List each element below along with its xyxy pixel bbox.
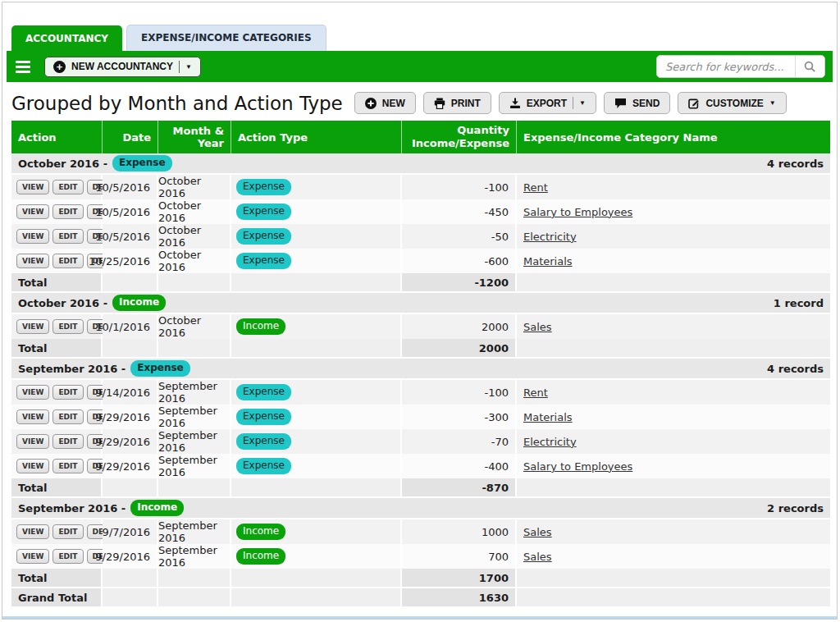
column-header-category-name: Expense/Income Category Name xyxy=(517,121,830,153)
tab-expense-income-categories[interactable]: EXPENSE/INCOME CATEGORIES xyxy=(126,25,326,51)
cell-date: 9/29/2016 xyxy=(103,429,158,455)
category-link[interactable]: Sales xyxy=(523,321,552,333)
edit-button[interactable]: EDIT xyxy=(52,254,83,268)
cell-quantity: 1000 xyxy=(402,519,517,546)
group-type-badge: Expense xyxy=(130,360,190,376)
category-link[interactable]: Salary to Employees xyxy=(523,460,632,473)
grand-total-value: 1630 xyxy=(402,588,517,608)
cell-month-year: September 2016 xyxy=(158,544,231,570)
action-type-badge: Expense xyxy=(236,458,291,473)
send-button[interactable]: SEND xyxy=(604,92,670,114)
cell-date: 9/29/2016 xyxy=(103,405,158,431)
cell-quantity: -300 xyxy=(402,405,517,431)
edit-button[interactable]: EDIT xyxy=(52,459,83,473)
window-bottom-edge xyxy=(2,616,837,619)
cell-date: 9/7/2016 xyxy=(103,519,158,546)
category-link[interactable]: Electricity xyxy=(523,436,577,448)
group-record-count: 4 records xyxy=(767,158,824,170)
grand-total-row: Grand Total 1630 xyxy=(11,588,830,608)
total-value: -870 xyxy=(402,478,517,498)
category-link[interactable]: Materials xyxy=(523,255,573,268)
group-header: October 2016 - Expense 4 records xyxy=(11,153,830,175)
tab-accountancy[interactable]: ACCOUNTANCY xyxy=(11,25,122,51)
action-type-badge: Expense xyxy=(236,228,291,244)
edit-button[interactable]: EDIT xyxy=(52,319,83,334)
chevron-down-icon: ▼ xyxy=(185,63,192,71)
group-record-count: 4 records xyxy=(767,363,824,375)
group-title-text: October 2016 - xyxy=(18,297,107,309)
record-group: September 2016 - Expense 4 records VIEW … xyxy=(11,359,830,498)
view-button[interactable]: VIEW xyxy=(16,385,49,400)
edit-button[interactable]: EDIT xyxy=(52,229,83,244)
column-header-action: Action xyxy=(11,121,103,153)
view-button[interactable]: VIEW xyxy=(16,434,49,449)
group-type-badge: Income xyxy=(130,500,184,515)
group-header: September 2016 - Expense 4 records xyxy=(11,359,830,380)
group-total-row: Total -870 xyxy=(11,478,830,498)
edit-button[interactable]: EDIT xyxy=(52,524,83,539)
page-title: Grouped by Month and Action Type xyxy=(11,93,343,114)
group-record-count: 1 record xyxy=(774,297,824,309)
print-button[interactable]: PRINT xyxy=(423,92,491,114)
action-type-badge: Income xyxy=(236,524,285,539)
hamburger-menu-icon[interactable] xyxy=(14,59,32,75)
edit-button[interactable]: EDIT xyxy=(52,549,83,564)
category-link[interactable]: Sales xyxy=(523,551,552,563)
category-link[interactable]: Materials xyxy=(523,411,573,423)
cell-month-year: October 2016 xyxy=(158,249,231,275)
edit-button[interactable]: EDIT xyxy=(52,409,83,424)
action-type-badge: Expense xyxy=(236,204,291,219)
category-link[interactable]: Salary to Employees xyxy=(523,206,632,218)
view-button[interactable]: VIEW xyxy=(16,459,49,473)
view-button[interactable]: VIEW xyxy=(16,524,49,539)
tab-bar: ACCOUNTANCY EXPENSE/INCOME CATEGORIES xyxy=(2,2,837,51)
action-type-badge: Expense xyxy=(236,179,291,194)
cell-quantity: -400 xyxy=(402,454,517,480)
category-link[interactable]: Rent xyxy=(523,386,548,399)
category-link[interactable]: Sales xyxy=(523,526,552,538)
cell-month-year: September 2016 xyxy=(158,405,231,431)
view-button[interactable]: VIEW xyxy=(16,229,49,244)
record-group: September 2016 - Income 2 records VIEW E… xyxy=(11,498,830,588)
edit-button[interactable]: EDIT xyxy=(52,204,83,219)
category-link[interactable]: Rent xyxy=(523,181,548,194)
view-button[interactable]: VIEW xyxy=(16,180,49,194)
export-button[interactable]: EXPORT ▼ xyxy=(499,92,596,114)
view-button[interactable]: VIEW xyxy=(16,409,49,424)
column-header-action-type: Action Type xyxy=(231,121,402,153)
column-header-month-year: Month & Year xyxy=(158,121,231,153)
group-header: October 2016 - Income 1 record xyxy=(11,293,830,314)
group-title-text: September 2016 - xyxy=(18,363,126,375)
chevron-down-icon: ▼ xyxy=(769,99,776,107)
cell-month-year: October 2016 xyxy=(158,224,231,250)
view-button[interactable]: VIEW xyxy=(16,319,49,334)
cell-date: 9/29/2016 xyxy=(103,454,158,480)
customize-button[interactable]: CUSTOMIZE ▼ xyxy=(678,92,786,114)
cell-quantity: -100 xyxy=(402,175,517,201)
new-accountancy-button[interactable]: + NEW ACCOUNTANCY ▼ xyxy=(44,57,201,77)
new-accountancy-label: NEW ACCOUNTANCY xyxy=(71,61,173,72)
view-button[interactable]: VIEW xyxy=(16,204,49,219)
edit-button[interactable]: EDIT xyxy=(52,434,83,449)
group-type-badge: Income xyxy=(112,295,166,310)
search-button[interactable] xyxy=(795,55,824,78)
search-input[interactable] xyxy=(657,61,795,73)
total-label: Total xyxy=(11,569,103,588)
new-record-button[interactable]: NEW xyxy=(354,92,416,114)
table-row: VIEW EDIT DEL 10/5/2016 October 2016 Exp… xyxy=(11,224,830,249)
view-button[interactable]: VIEW xyxy=(16,254,49,268)
action-type-badge: Expense xyxy=(236,253,291,268)
printer-icon xyxy=(434,98,445,109)
cell-date: 10/25/2016 xyxy=(103,249,158,275)
action-type-badge: Expense xyxy=(236,433,291,449)
record-group: October 2016 - Expense 4 records VIEW ED… xyxy=(11,153,830,293)
cell-date: 9/29/2016 xyxy=(103,544,158,570)
speech-bubble-icon xyxy=(614,98,627,109)
main-toolbar: + NEW ACCOUNTANCY ▼ xyxy=(7,51,833,82)
edit-button[interactable]: EDIT xyxy=(52,180,83,194)
view-button[interactable]: VIEW xyxy=(16,549,49,564)
category-link[interactable]: Electricity xyxy=(523,231,577,243)
cell-date: 10/5/2016 xyxy=(103,224,158,250)
cell-quantity: 700 xyxy=(402,544,517,570)
edit-button[interactable]: EDIT xyxy=(52,385,83,400)
